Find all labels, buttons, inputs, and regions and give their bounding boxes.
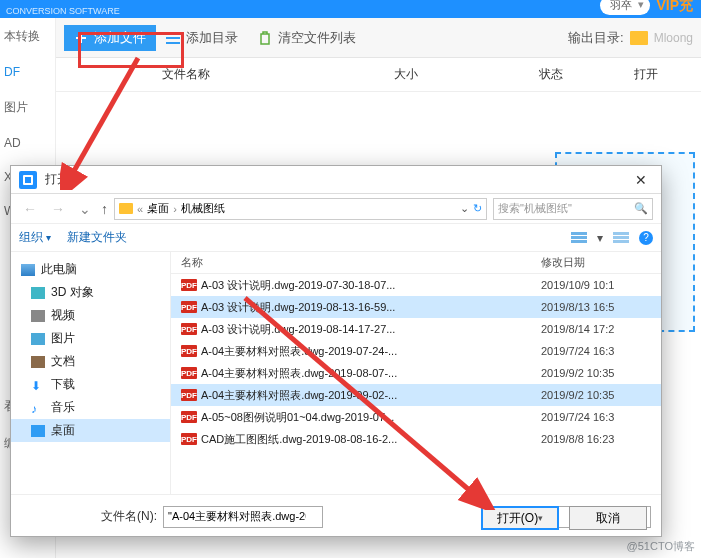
document-icon — [31, 356, 45, 368]
dialog-nav: ← → ⌄ ↑ « 桌面 › 机械图纸 ⌄ ↻ 搜索"机械图纸" 🔍 — [11, 194, 661, 224]
folder-icon — [119, 203, 133, 214]
tree-pictures[interactable]: 图片 — [11, 327, 170, 350]
folder-tree: 此电脑 3D 对象 视频 图片 文档 ⬇下载 ♪音乐 桌面 — [11, 252, 171, 494]
plus-icon — [74, 31, 88, 45]
col-size: 大小 — [316, 66, 496, 83]
col-name[interactable]: 名称 — [171, 255, 541, 270]
sidebar-item[interactable]: AD — [0, 126, 55, 160]
tree-3d-objects[interactable]: 3D 对象 — [11, 281, 170, 304]
svg-rect-3 — [166, 37, 180, 39]
pdf-icon: PDF — [181, 411, 197, 423]
file-date: 2019/9/2 10:35 — [541, 367, 661, 379]
user-menu[interactable]: 羽卒 — [600, 0, 650, 15]
app-subtitle: CONVERSION SOFTWARE — [6, 6, 120, 16]
search-input[interactable]: 搜索"机械图纸" 🔍 — [493, 198, 653, 220]
file-row[interactable]: PDFA-03 设计说明.dwg-2019-07-30-18-07...2019… — [171, 274, 661, 296]
nav-recent-icon[interactable]: ⌄ — [75, 201, 95, 217]
svg-rect-2 — [166, 32, 180, 34]
file-row[interactable]: PDFA-03 设计说明.dwg-2019-08-13-16-59...2019… — [171, 296, 661, 318]
folder-icon[interactable] — [630, 31, 648, 45]
breadcrumb-sep: › — [173, 203, 177, 215]
address-bar[interactable]: « 桌面 › 机械图纸 ⌄ ↻ — [114, 198, 487, 220]
file-open-dialog: 打开 ✕ ← → ⌄ ↑ « 桌面 › 机械图纸 ⌄ ↻ 搜索"机械图纸" 🔍 … — [10, 165, 662, 537]
trash-icon — [258, 31, 272, 45]
file-row[interactable]: PDFA-04主要材料对照表.dwg-2019-08-07-...2019/9/… — [171, 362, 661, 384]
col-open: 打开 — [606, 66, 686, 83]
file-name: CAD施工图图纸.dwg-2019-08-08-16-2... — [201, 432, 541, 447]
file-name: A-04主要材料对照表.dwg-2019-07-24-... — [201, 344, 541, 359]
tree-desktop[interactable]: 桌面 — [11, 419, 170, 442]
search-icon: 🔍 — [634, 202, 648, 215]
pdf-icon: PDF — [181, 367, 197, 379]
col-name: 文件名称 — [56, 66, 316, 83]
app-logo-icon — [19, 171, 37, 189]
file-date: 2019/9/2 10:35 — [541, 389, 661, 401]
tree-videos[interactable]: 视频 — [11, 304, 170, 327]
nav-up-icon[interactable]: ↑ — [101, 201, 108, 217]
file-date: 2019/7/24 16:3 — [541, 345, 661, 357]
add-file-button[interactable]: 添加文件 — [64, 25, 156, 51]
output-label: 输出目录: — [568, 29, 624, 47]
dialog-title: 打开 — [45, 171, 69, 188]
organize-menu[interactable]: 组织 — [19, 229, 51, 246]
cube-icon — [31, 287, 45, 299]
pdf-icon: PDF — [181, 279, 197, 291]
download-icon: ⬇ — [31, 379, 45, 391]
filename-input[interactable] — [163, 506, 525, 528]
svg-rect-1 — [76, 37, 86, 39]
tree-documents[interactable]: 文档 — [11, 350, 170, 373]
dialog-toolbar: 组织 新建文件夹 ▾ ? — [11, 224, 661, 252]
file-row[interactable]: PDFA-04主要材料对照表.dwg-2019-09-02-...2019/9/… — [171, 384, 661, 406]
filename-label: 文件名(N): — [101, 508, 157, 525]
col-status: 状态 — [496, 66, 606, 83]
cancel-button[interactable]: 取消 — [569, 506, 647, 530]
file-date: 2019/10/9 10:1 — [541, 279, 661, 291]
open-button[interactable]: 打开(O) — [481, 506, 559, 530]
help-icon[interactable]: ? — [639, 231, 653, 245]
refresh-icon[interactable]: ↻ — [473, 202, 482, 215]
add-dir-button[interactable]: 添加目录 — [156, 25, 248, 51]
toolbar: 添加文件 添加目录 清空文件列表 输出目录: Mloong — [56, 18, 701, 58]
app-header: CONVERSION SOFTWARE 羽卒 VIP充 — [0, 0, 701, 18]
address-dropdown-icon[interactable]: ⌄ — [460, 202, 469, 215]
pdf-icon: PDF — [181, 301, 197, 313]
view-mode-icon[interactable] — [571, 232, 587, 244]
nav-back-icon[interactable]: ← — [19, 201, 41, 217]
breadcrumb[interactable]: 机械图纸 — [181, 201, 225, 216]
file-pane: 名称 修改日期 PDFA-03 设计说明.dwg-2019-07-30-18-0… — [171, 252, 661, 494]
file-row[interactable]: PDFA-04主要材料对照表.dwg-2019-07-24-...2019/7/… — [171, 340, 661, 362]
file-row[interactable]: PDFA-05~08图例说明01~04.dwg-2019-07...2019/7… — [171, 406, 661, 428]
output-path: Mloong — [654, 31, 693, 45]
tree-this-pc[interactable]: 此电脑 — [11, 258, 170, 281]
pc-icon — [21, 264, 35, 276]
preview-pane-icon[interactable] — [613, 232, 629, 244]
sidebar-item[interactable]: 本转换 — [0, 18, 55, 55]
clear-list-button[interactable]: 清空文件列表 — [248, 25, 366, 51]
pdf-icon: PDF — [181, 323, 197, 335]
file-name: A-03 设计说明.dwg-2019-07-30-18-07... — [201, 278, 541, 293]
sidebar-item[interactable]: 图片 — [0, 89, 55, 126]
pdf-icon: PDF — [181, 433, 197, 445]
file-row[interactable]: PDFA-03 设计说明.dwg-2019-08-14-17-27...2019… — [171, 318, 661, 340]
file-name: A-03 设计说明.dwg-2019-08-13-16-59... — [201, 300, 541, 315]
svg-rect-4 — [166, 42, 180, 44]
chevron-down-icon[interactable]: ▾ — [597, 231, 603, 245]
sidebar-item[interactable]: DF — [0, 55, 55, 89]
tree-downloads[interactable]: ⬇下载 — [11, 373, 170, 396]
desktop-icon — [31, 425, 45, 437]
image-icon — [31, 333, 45, 345]
pdf-icon: PDF — [181, 389, 197, 401]
nav-forward-icon[interactable]: → — [47, 201, 69, 217]
tree-music[interactable]: ♪音乐 — [11, 396, 170, 419]
close-button[interactable]: ✕ — [629, 170, 653, 190]
vip-badge[interactable]: VIP充 — [656, 0, 693, 15]
col-date[interactable]: 修改日期 — [541, 255, 661, 270]
dialog-titlebar: 打开 ✕ — [11, 166, 661, 194]
file-pane-header: 名称 修改日期 — [171, 252, 661, 274]
new-folder-button[interactable]: 新建文件夹 — [67, 229, 127, 246]
file-row[interactable]: PDFCAD施工图图纸.dwg-2019-08-08-16-2...2019/8… — [171, 428, 661, 450]
breadcrumb[interactable]: 桌面 — [147, 201, 169, 216]
file-list-headers: 文件名称 大小 状态 打开 — [56, 58, 701, 91]
file-name: A-05~08图例说明01~04.dwg-2019-07... — [201, 410, 541, 425]
pdf-icon: PDF — [181, 345, 197, 357]
